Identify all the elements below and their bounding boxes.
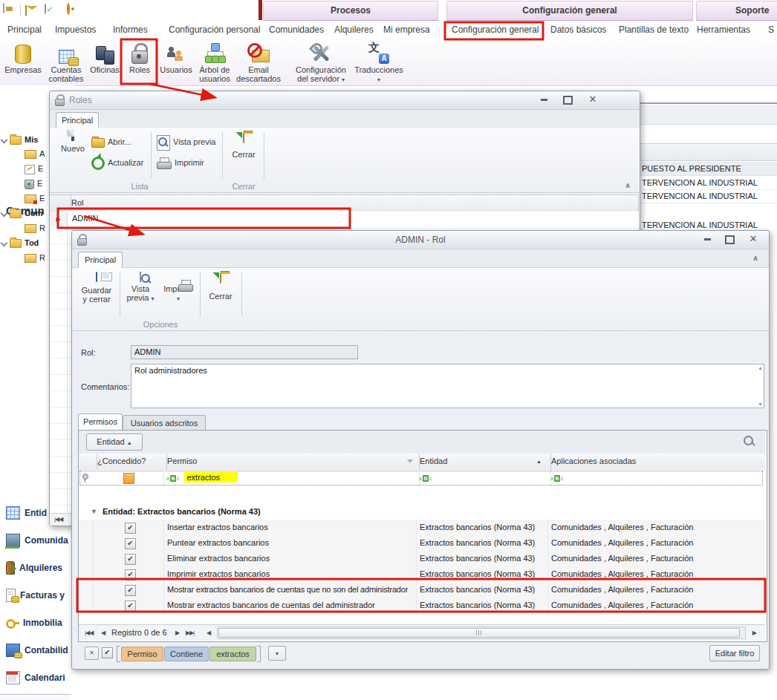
cell-concedido[interactable]: ✔ xyxy=(94,551,164,566)
tree-item-com[interactable]: Com xyxy=(1,207,42,220)
actualizar-button[interactable]: Actualizar xyxy=(91,154,143,171)
next-record-icon[interactable]: ▶ xyxy=(175,629,179,636)
scroll-right-icon[interactable]: ▶ xyxy=(752,629,756,636)
filter-enabled-checkbox[interactable]: ✔ xyxy=(102,647,113,658)
sidebar-item-alquileres[interactable]: Alquileres xyxy=(0,557,71,579)
tab-permisos[interactable]: Permisos xyxy=(78,413,123,430)
cell-permiso[interactable]: Eliminar extractos bancarios xyxy=(163,551,417,566)
tree-item[interactable]: R xyxy=(25,252,45,265)
cell-permiso[interactable]: Mostrar extractos bancarios de cuentas d… xyxy=(163,598,417,613)
filter-cell-permiso[interactable]: aBc extractos xyxy=(163,470,420,486)
table-row[interactable]: ✔ Insertar extractos bancarios Extractos… xyxy=(79,520,765,537)
tasks-icon[interactable]: ✓ xyxy=(45,4,46,14)
cell-concedido[interactable]: ✔ xyxy=(94,535,164,551)
table-row[interactable]: ✔ Eliminar extractos bancarios Extractos… xyxy=(79,551,765,568)
sidebar-item-calendario[interactable]: Calendari xyxy=(0,667,71,689)
cell-entidad[interactable]: Extractos bancarios (Norma 43) xyxy=(416,598,548,613)
cell-permiso[interactable]: Mostrar extractos bancarios de cuentas q… xyxy=(163,582,417,598)
table-row[interactable]: ✔ Mostrar extractos bancarios de cuentas… xyxy=(79,598,765,615)
rol-field[interactable]: ADMIN xyxy=(131,345,358,359)
column-header-rol[interactable]: Rol xyxy=(68,195,639,212)
sidebar-item-inmobiliaria[interactable]: Inmobilia xyxy=(0,612,71,634)
chevron-down-icon[interactable] xyxy=(1,209,8,217)
cell-entidad[interactable]: Extractos bancarios (Norma 43) xyxy=(416,520,548,535)
checkbox-checked[interactable]: ✔ xyxy=(125,538,136,549)
sidebar-item-comunicaciones[interactable]: Comunica xyxy=(0,694,71,700)
table-row[interactable]: ✔ Imprimir extractos bancarios Extractos… xyxy=(79,566,765,583)
filter-cell-aplicaciones[interactable]: aBc xyxy=(547,470,766,486)
cell-aplicaciones[interactable]: Comunidades , Alquileres , Facturación xyxy=(547,582,765,598)
cell-concedido[interactable]: ✔ xyxy=(94,566,164,582)
roles-button[interactable]: Roles xyxy=(123,40,157,85)
tab-usuarios-adscritos[interactable]: Usuarios adscritos xyxy=(123,415,206,430)
imprimir-button[interactable]: Imprimir xyxy=(157,154,204,171)
mail-icon[interactable] xyxy=(25,5,27,16)
cell-aplicaciones[interactable]: Comunidades , Alquileres , Facturación xyxy=(547,551,765,566)
cell-entidad[interactable]: Extractos bancarios (Norma 43) xyxy=(416,566,548,582)
search-icon[interactable] xyxy=(743,435,755,447)
tree-item[interactable]: E xyxy=(25,163,43,176)
scroll-down-icon[interactable]: ▼ xyxy=(758,402,763,407)
checkbox-checked[interactable]: ✔ xyxy=(125,554,136,565)
filter-chip-value[interactable]: extractos xyxy=(209,647,256,661)
usuarios-button[interactable]: Usuarios xyxy=(157,40,195,85)
cell-permiso[interactable]: Puntear extractos bancarios xyxy=(163,535,417,551)
column-header-permiso[interactable]: Permiso xyxy=(163,454,420,470)
cell-concedido[interactable]: ✔ xyxy=(94,520,164,535)
filter-cell-entidad[interactable]: aBc xyxy=(416,470,551,486)
close-filter-button[interactable]: × xyxy=(85,647,99,660)
admin-titlebar[interactable]: ADMIN - Rol ✕ xyxy=(72,231,769,249)
guardar-y-cerrar-button[interactable]: Guardary cerrar xyxy=(75,272,118,304)
first-record-icon[interactable]: |◀◀ xyxy=(85,629,93,636)
collapse-ribbon-icon[interactable]: ∧ xyxy=(752,254,758,262)
list-item[interactable]: TERVENCION AL INDUSTRIAL xyxy=(640,189,777,203)
close-button[interactable]: ✕ xyxy=(583,94,602,106)
tab-principal[interactable]: Principal xyxy=(56,112,99,128)
sidebar-item-facturas[interactable]: Facturas y xyxy=(0,584,71,606)
checkbox-checked[interactable]: ✔ xyxy=(125,585,136,596)
list-item[interactable]: TERVENCION AL INDUSTRIAL xyxy=(640,220,777,230)
configuracion-del-servidor-button[interactable]: Configuración del servidor ▾ xyxy=(291,40,351,85)
tab-soporte[interactable]: S xyxy=(768,23,774,37)
tab-plantillas-de-texto[interactable]: Plantillas de texto xyxy=(619,23,689,37)
filter-chip-field[interactable]: Permiso xyxy=(121,647,163,661)
cell-aplicaciones[interactable]: Comunidades , Alquileres , Facturación xyxy=(547,566,765,582)
column-header-aplicaciones[interactable]: Aplicaciones asociadas xyxy=(547,454,769,470)
abrir-button[interactable]: Abrir... xyxy=(91,134,131,150)
tree-item[interactable]: E xyxy=(25,192,45,206)
oficinas-button[interactable]: Oficinas xyxy=(88,40,121,85)
tab-configuracion-personal[interactable]: Configuración personal xyxy=(169,23,260,37)
traducciones-button[interactable]: 文A Traducciones▾ xyxy=(352,40,406,85)
prev-record-icon[interactable]: ◀ xyxy=(101,629,105,636)
editar-filtro-button[interactable]: Editar filtro xyxy=(709,645,760,661)
column-header-entidad[interactable]: Entidad xyxy=(416,454,551,470)
cell-aplicaciones[interactable]: Comunidades , Alquileres , Facturación xyxy=(547,598,765,613)
cell-aplicaciones[interactable]: Comunidades , Alquileres , Facturación xyxy=(547,520,765,535)
close-button[interactable]: ✕ xyxy=(744,234,763,246)
cell-permiso[interactable]: Imprimir extractos bancarios xyxy=(163,566,417,582)
tab-herramientas[interactable]: Herramientas xyxy=(697,23,750,37)
chevron-down-icon[interactable]: ▼ xyxy=(91,504,97,520)
checkbox-checked[interactable]: ✔ xyxy=(125,601,136,612)
email-descartados-button[interactable]: Email descartados xyxy=(234,40,283,85)
tab-datos-basicos[interactable]: Datos básicos xyxy=(550,23,606,37)
comentarios-field[interactable]: Rol administradores ▲ ▼ xyxy=(131,364,764,408)
filter-funnel-icon[interactable] xyxy=(407,459,413,463)
imprimir-button[interactable]: Imprimir▾ xyxy=(160,272,197,304)
minimize-button[interactable] xyxy=(698,234,717,246)
checkbox-checked[interactable]: ✔ xyxy=(125,523,136,534)
cerrar-button[interactable]: Cerrar xyxy=(227,134,261,159)
cell-concedido[interactable]: ✔ xyxy=(94,598,164,613)
scroll-up-icon[interactable]: ▲ xyxy=(758,365,763,370)
group-by-entidad-button[interactable]: Entidad ▲ xyxy=(86,434,143,451)
cell-aplicaciones[interactable]: Comunidades , Alquileres , Facturación xyxy=(547,535,765,551)
tree-item-mis[interactable]: Mis xyxy=(1,134,38,147)
cell-permiso[interactable]: Insertar extractos bancarios xyxy=(163,520,417,535)
horizontal-scrollbar[interactable] xyxy=(217,627,746,639)
chevron-down-icon[interactable] xyxy=(1,136,8,143)
tree-item[interactable]: R xyxy=(25,222,45,235)
group-row[interactable]: ▼ Entidad: Extractos bancarios (Norma 43… xyxy=(79,504,765,520)
filter-chip-operator[interactable]: Contiene xyxy=(164,647,209,661)
tree-item-tod[interactable]: Tod xyxy=(1,237,39,250)
table-row[interactable]: ✔ Mostrar extractos bancarios de cuentas… xyxy=(79,582,765,599)
